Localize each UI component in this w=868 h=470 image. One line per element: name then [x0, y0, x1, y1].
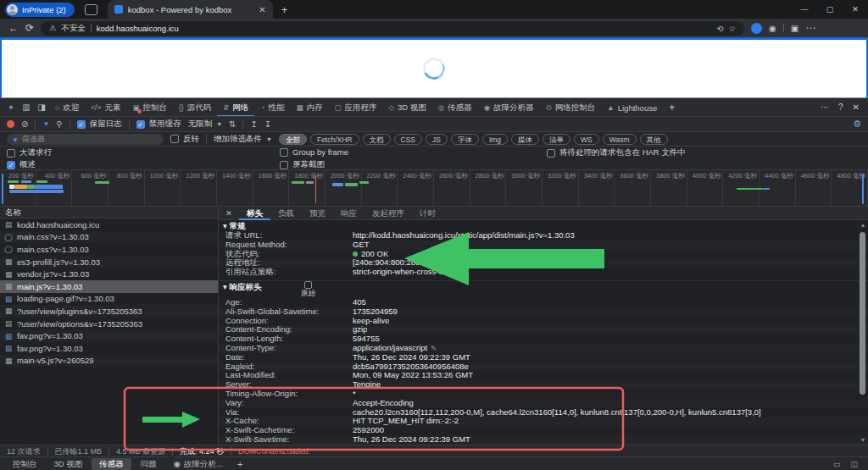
drawer-split-icon[interactable]: ◫ [850, 460, 858, 468]
edit-icon[interactable]: ✎ [431, 345, 437, 352]
network-conditions-icon[interactable]: ⇅ [229, 119, 236, 129]
devtools-tab-performance[interactable]: ◔性能 [254, 98, 290, 117]
filter-chip--[interactable]: 媒体 [511, 134, 539, 145]
devtools-help-icon[interactable]: ? [838, 102, 843, 112]
filter-chip--[interactable]: 其他 [640, 134, 668, 145]
minimize-button[interactable]: — [792, 0, 817, 19]
raw-headers-toggle[interactable]: 原始 [301, 281, 315, 299]
dock-side-icon[interactable]: ◨ [34, 102, 49, 112]
preserve-log-option[interactable]: ✓ 保留日志 [77, 119, 122, 130]
filter-input[interactable] [7, 134, 164, 145]
filter-chip--[interactable]: 字体 [451, 134, 479, 145]
response-headers-section-header[interactable]: ▾ 响应标头 原始 [219, 280, 868, 298]
drawer-tab-问题[interactable]: 问题 [133, 458, 164, 470]
request-row[interactable]: ▤?user/view/options&v=1735205363 [0, 318, 218, 330]
name-column-header[interactable]: 名称 [0, 207, 218, 218]
network-settings-gear-icon[interactable]: ⚙ [853, 119, 861, 130]
devtools-tab-memory[interactable]: ▦内存 [290, 98, 328, 117]
inprivate-badge[interactable]: InPrivate (2) [5, 3, 75, 17]
request-row[interactable]: ▧fav.png?v=1.30.03 [0, 342, 218, 355]
filter-chip-ws[interactable]: WS [574, 134, 599, 145]
details-tab-发起程序[interactable]: 发起程序 [364, 207, 412, 220]
request-row[interactable]: ▧loading-page.gif?v=1.30.03 [0, 293, 218, 306]
url-field[interactable]: ⚠ 不安全 kodd.haoshuaicong.icu ⟲ ☆ [41, 21, 744, 36]
clear-log-icon[interactable]: ⊘ [21, 119, 28, 129]
network-overview-timeline[interactable]: 200 毫秒400 毫秒600 毫秒800 毫秒1000 毫秒1200 毫秒14… [0, 170, 868, 207]
filter-chip-css[interactable]: CSS [394, 134, 422, 145]
option--[interactable]: ✓概述 [7, 159, 36, 170]
device-emulation-icon[interactable]: ▥ [19, 102, 34, 112]
filter-chip-fetch-xhr[interactable]: Fetch/XHR [310, 134, 359, 145]
search-icon[interactable]: ⚲ [56, 119, 62, 129]
option-checkbox[interactable]: ✓ [7, 161, 15, 169]
general-section-header[interactable]: ▾ 常规 [219, 220, 868, 231]
scroll-down-icon[interactable]: ▼ [860, 437, 866, 443]
filter-chip-wasm[interactable]: Wasm [603, 134, 637, 145]
translate-icon[interactable]: ⟲ [717, 24, 724, 33]
devtools-tab-network[interactable]: ⇵网络 [217, 98, 254, 117]
not-secure-label[interactable]: 不安全 [61, 23, 86, 34]
option-checkbox[interactable] [280, 148, 288, 157]
request-row[interactable]: ▧fav.png?v=1.30.03 [0, 329, 218, 342]
option--har-[interactable]: 将待处理的请求包含在 HAR 文件中 [547, 147, 686, 158]
scrollbar-thumb[interactable] [860, 232, 865, 395]
option--[interactable]: 屏幕截图 [280, 159, 325, 170]
request-row[interactable]: ▤kodd.haoshuaicong.icu [0, 218, 218, 231]
drawer-dock-icon[interactable]: ▭ [833, 460, 841, 468]
more-tabs-button[interactable]: + [663, 98, 681, 117]
import-har-icon[interactable]: ↥ [250, 119, 257, 129]
option-checkbox[interactable] [280, 161, 288, 169]
details-tab-响应[interactable]: 响应 [333, 207, 364, 220]
filter-chip--[interactable]: 清单 [542, 134, 570, 145]
maximize-button[interactable]: ▢ [817, 0, 843, 19]
export-har-icon[interactable]: ↧ [264, 119, 271, 129]
devtools-tab-welcome[interactable]: ⌂欢迎 [49, 98, 85, 117]
favorite-star-icon[interactable]: ☆ [729, 24, 737, 33]
devtools-tab-sensors[interactable]: ◎传感器 [432, 98, 478, 117]
devtools-tab-network-console[interactable]: ⊙网络控制台 [540, 98, 602, 117]
new-tab-button[interactable]: + [281, 3, 288, 16]
drawer-tab-故障分析[interactable]: ◉故障分析... [166, 458, 231, 470]
drawer-tab-控制台[interactable]: 控制台 [5, 458, 45, 470]
refresh-icon[interactable]: ⟳ [25, 22, 34, 34]
option-checkbox[interactable] [7, 149, 15, 158]
devtools-tab-application[interactable]: ▢应用程序 [328, 98, 382, 117]
filter-toggle-icon[interactable]: ▼ [42, 120, 49, 128]
disable-cache-option[interactable]: ✓ 禁用缓存 [136, 119, 181, 130]
browser-essentials-icon[interactable]: ◉ [769, 24, 776, 33]
browser-tab[interactable]: kodbox - Powered by kodbox ✕ [108, 0, 273, 19]
scroll-up-icon[interactable]: ▲ [860, 222, 866, 228]
filter-chip-js[interactable]: JS [426, 134, 448, 145]
request-row[interactable]: ▦main.js?v=1.30.03 [0, 280, 218, 293]
tab-close-icon[interactable]: ✕ [259, 5, 265, 14]
invert-checkbox[interactable] [170, 135, 179, 143]
raw-checkbox[interactable] [304, 281, 312, 289]
devtools-tab-lighthouse[interactable]: ▲Lighthouse [601, 98, 663, 117]
filter-chip--[interactable]: 全部 [279, 134, 307, 145]
more-filters-button[interactable]: 增加筛选条件 ▼ [214, 134, 272, 145]
request-row[interactable]: ◯main.css?v=1.30.03 [0, 243, 218, 256]
invert-filter-option[interactable]: 反转 [170, 134, 199, 145]
devtools-tab-crash-analyzer[interactable]: ◉故障分析器 [478, 98, 540, 117]
request-row[interactable]: ▦main-v5.js?v=260529 [0, 355, 218, 368]
option--[interactable]: 大请求行 [7, 147, 52, 158]
collections-icon[interactable]: ▣ [791, 24, 798, 33]
devtools-more-icon[interactable]: ⋯ [821, 102, 829, 112]
details-close-icon[interactable]: ✕ [219, 209, 239, 218]
details-tab-预览[interactable]: 预览 [302, 207, 333, 220]
copilot-icon[interactable] [751, 23, 762, 34]
request-row[interactable]: ▦?user/view/plugins&v=1735205363 [0, 305, 218, 318]
details-tab-负载[interactable]: 负载 [270, 207, 302, 220]
option-group-by-frame[interactable]: Group by frame [280, 147, 348, 157]
record-button[interactable] [7, 120, 14, 128]
devtools-tab-console[interactable]: ▣控制台 [126, 98, 173, 117]
details-tab-标头[interactable]: 标头 [239, 207, 270, 220]
close-button[interactable]: ✕ [843, 0, 868, 19]
request-row[interactable]: ▦vendor.js?v=1.30.03 [0, 268, 218, 280]
filter-chip--[interactable]: 文档 [363, 134, 391, 145]
inspect-element-icon[interactable]: ⌖ [3, 102, 19, 113]
preserve-log-checkbox[interactable]: ✓ [77, 120, 86, 129]
devtools-tab-3d-view[interactable]: ◇3D 视图 [382, 98, 431, 117]
back-icon[interactable]: ← [8, 22, 19, 34]
option-checkbox[interactable] [547, 149, 555, 158]
